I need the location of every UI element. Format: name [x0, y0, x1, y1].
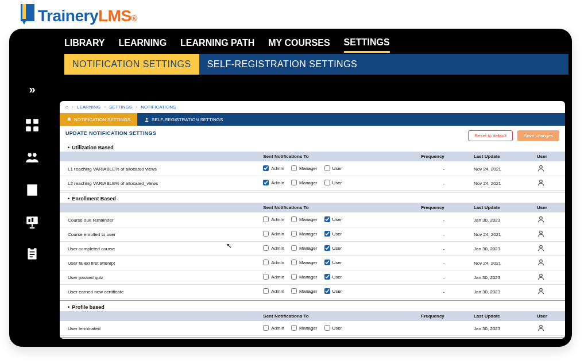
svg-rect-0: [26, 119, 31, 124]
manager-checkbox[interactable]: Manager: [291, 165, 318, 171]
user-checkbox[interactable]: User: [324, 165, 342, 171]
user-checkbox[interactable]: User: [324, 231, 342, 237]
row-frequency: -: [417, 213, 470, 227]
building-icon[interactable]: [25, 182, 40, 197]
admin-checkbox[interactable]: Admin: [263, 274, 284, 280]
users-icon[interactable]: [25, 150, 40, 165]
col-frequency: Frequency: [417, 203, 470, 213]
clipboard-icon[interactable]: [25, 246, 40, 261]
row-user-icon[interactable]: [533, 162, 565, 176]
dashboard-icon[interactable]: [25, 118, 40, 133]
row-recipients: AdminManagerUser: [260, 270, 417, 285]
row-frequency: -: [417, 256, 470, 270]
admin-checkbox[interactable]: Admin: [263, 260, 284, 265]
row-user-icon[interactable]: [533, 322, 565, 336]
user-checkbox[interactable]: User: [324, 216, 342, 222]
row-user-icon[interactable]: [533, 213, 565, 227]
nav-library[interactable]: LIBRARY: [64, 34, 105, 52]
panel-tab-notification[interactable]: NOTIFICATION SETTINGS: [60, 113, 137, 126]
admin-checkbox[interactable]: Admin: [263, 216, 284, 222]
logo-mark-icon: [21, 4, 34, 21]
user-checkbox[interactable]: User: [324, 245, 342, 251]
col-user: User: [533, 152, 565, 162]
presentation-icon[interactable]: [25, 214, 40, 229]
row-last-update: Jan 30, 2023: [470, 322, 533, 336]
nav-my-courses[interactable]: MY COURSES: [268, 34, 330, 52]
breadcrumb-notifications[interactable]: NOTIFICATIONS: [141, 104, 176, 110]
manager-checkbox[interactable]: Manager: [291, 245, 318, 251]
row-user-icon[interactable]: [533, 270, 565, 285]
row-label: Course enrolled to user: [60, 227, 260, 242]
row-last-update: Jan 30, 2023: [470, 242, 533, 256]
manager-checkbox[interactable]: Manager: [291, 216, 318, 222]
settings-panel: ⌂ › LEARNING › SETTINGS › NOTIFICATIONS …: [60, 101, 565, 339]
admin-checkbox[interactable]: Admin: [263, 245, 284, 251]
manager-checkbox[interactable]: Manager: [291, 180, 318, 185]
section-divider: [60, 300, 565, 301]
panel-tab-notification-label: NOTIFICATION SETTINGS: [74, 117, 130, 122]
row-last-update: Nov 24, 2021: [470, 227, 533, 242]
row-user-icon[interactable]: [533, 242, 565, 256]
row-user-icon[interactable]: [533, 256, 565, 270]
user-checkbox[interactable]: User: [324, 274, 342, 280]
admin-checkbox[interactable]: Admin: [263, 288, 284, 294]
top-nav: LIBRARY LEARNING LEARNING PATH MY COURSE…: [13, 32, 568, 54]
user-checkbox[interactable]: User: [324, 180, 342, 185]
row-user-icon[interactable]: [533, 227, 565, 242]
row-recipients: AdminManagerUser: [260, 256, 417, 270]
reset-button[interactable]: Reset to default: [468, 130, 513, 141]
nav-settings[interactable]: SETTINGS: [344, 34, 390, 53]
col-sent-to: Sent Notifications To: [260, 311, 417, 322]
bell-icon: [67, 117, 72, 122]
manager-checkbox[interactable]: Manager: [291, 260, 318, 265]
user-checkbox[interactable]: User: [324, 260, 342, 265]
table-row: User passed quizAdminManagerUser-Jan 30,…: [60, 270, 565, 285]
table-row: L1 reaching VARIABLE% of allocated views…: [60, 162, 565, 176]
row-user-icon[interactable]: [533, 285, 565, 299]
table-row: User terminatedAdminManagerUserJan 30, 2…: [60, 322, 565, 336]
breadcrumb-learning[interactable]: LEARNING: [77, 104, 100, 110]
user-checkbox[interactable]: User: [324, 288, 342, 294]
row-label: User passed quiz: [60, 270, 260, 285]
section-title: Profile based: [60, 302, 565, 311]
breadcrumb-settings[interactable]: SETTINGS: [109, 104, 132, 110]
svg-point-16: [540, 245, 543, 248]
table-row: Course enrolled to userAdminManagerUser-…: [60, 227, 565, 242]
nav-learning-path[interactable]: LEARNING PATH: [180, 34, 254, 52]
table-row: User earned new certificateAdminManagerU…: [60, 285, 565, 299]
save-button[interactable]: Save changes: [517, 130, 559, 141]
col-sent-to: Sent Notifications To: [260, 203, 417, 213]
panel-tab-selfreg[interactable]: SELF-REGISTRATION SETTINGS: [137, 113, 230, 126]
col-frequency: Frequency: [417, 152, 470, 162]
admin-checkbox[interactable]: Admin: [263, 165, 284, 171]
nav-learning[interactable]: LEARNING: [119, 34, 167, 52]
svg-point-11: [146, 118, 148, 119]
svg-rect-2: [26, 126, 31, 131]
row-label: L2 reaching VARIABLE% of allocated_views: [60, 176, 260, 191]
row-frequency: -: [417, 270, 470, 285]
app-frame-inner: LIBRARY LEARNING LEARNING PATH MY COURSE…: [13, 32, 568, 343]
sidebar-expand-icon[interactable]: »: [29, 83, 35, 96]
admin-checkbox[interactable]: Admin: [263, 231, 284, 237]
row-user-icon[interactable]: [533, 176, 565, 191]
table-row: User failed first attemptAdminManagerUse…: [60, 256, 565, 270]
row-frequency: [417, 322, 470, 336]
row-frequency: -: [417, 227, 470, 242]
subtab-notification-settings[interactable]: NOTIFICATION SETTINGS: [64, 54, 199, 75]
section-divider: [60, 192, 565, 192]
svg-point-5: [33, 153, 37, 157]
row-label: User failed first attempt: [60, 256, 260, 270]
row-last-update: Nov 24, 2021: [470, 256, 533, 270]
manager-checkbox[interactable]: Manager: [291, 325, 318, 331]
admin-checkbox[interactable]: Admin: [263, 325, 284, 331]
user-checkbox[interactable]: User: [324, 325, 342, 331]
breadcrumb-home-icon[interactable]: ⌂: [65, 104, 68, 110]
subnav-spacer: [13, 54, 64, 75]
subtab-self-registration[interactable]: SELF-REGISTRATION SETTINGS: [199, 54, 568, 75]
manager-checkbox[interactable]: Manager: [291, 231, 318, 237]
svg-rect-9: [28, 248, 36, 260]
manager-checkbox[interactable]: Manager: [291, 274, 318, 280]
admin-checkbox[interactable]: Admin: [263, 180, 284, 185]
manager-checkbox[interactable]: Manager: [291, 288, 318, 294]
col-last-update: Last Update: [470, 311, 533, 322]
